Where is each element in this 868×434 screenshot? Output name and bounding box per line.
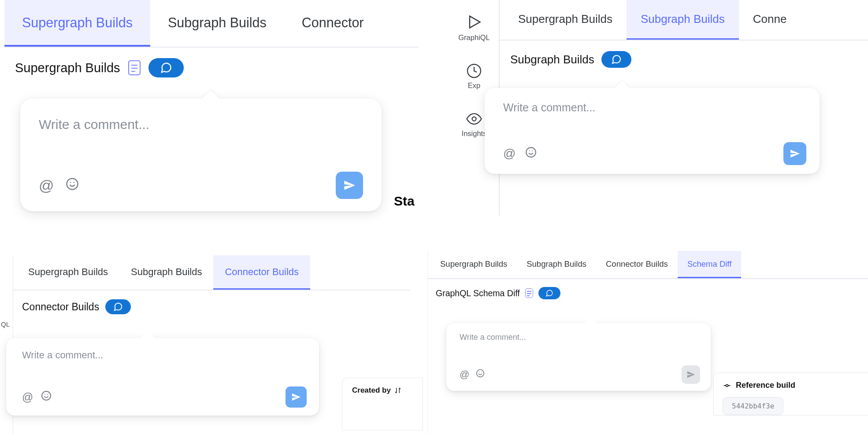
mention-icon[interactable]: @ (460, 369, 469, 380)
send-icon (291, 392, 301, 402)
section-header: Subgraph Builds (500, 40, 868, 68)
section-header: Supergraph Builds (4, 48, 419, 77)
add-comment-button[interactable] (105, 299, 131, 314)
sort-icon (394, 387, 401, 394)
section-header: GraphQL Schema Diff (428, 279, 868, 299)
svg-point-12 (477, 370, 484, 377)
add-comment-button[interactable] (148, 58, 184, 77)
popover-toolbar: @ (503, 142, 806, 165)
comment-popover: @ (6, 338, 319, 416)
tab-subgraph-builds[interactable]: Subgraph Builds (627, 0, 739, 40)
mention-icon[interactable]: @ (22, 391, 33, 404)
tab-connector[interactable]: Conne (739, 0, 801, 40)
send-comment-button[interactable] (682, 365, 700, 384)
popover-toolbar: @ (22, 386, 307, 408)
svg-marker-3 (470, 16, 480, 28)
play-outline-icon (465, 13, 483, 31)
note-icon (128, 60, 141, 75)
comment-input[interactable] (39, 117, 363, 132)
send-icon (686, 370, 695, 379)
note-icon (525, 288, 533, 298)
rail-item-graphiql[interactable]: GraphiQL (449, 13, 499, 42)
popover-arrow (585, 317, 597, 329)
comment-input[interactable] (22, 349, 307, 361)
tabs-row: Supergraph Builds Subgraph Builds Connec… (13, 255, 410, 291)
section-title: Supergraph Builds (15, 61, 120, 75)
tab-connector-builds[interactable]: Connector Builds (213, 255, 310, 290)
popover-toolbar: @ (460, 365, 700, 384)
panel-connector: QL Supergraph Builds Subgraph Builds Con… (0, 255, 410, 434)
emoji-icon[interactable] (41, 390, 52, 404)
tabs-row: Supergraph Builds Subgraph Builds Connec… (4, 0, 419, 48)
tab-schema-diff[interactable]: Schema Diff (678, 251, 741, 278)
tabs-row: Supergraph Builds Subgraph Builds Connec… (428, 251, 868, 279)
svg-point-6 (527, 147, 536, 157)
rail-label: GraphiQL (458, 33, 490, 42)
comment-popover: @ (485, 88, 820, 174)
svg-point-15 (726, 384, 728, 386)
send-comment-button[interactable] (336, 172, 363, 199)
section-title: Subgraph Builds (510, 53, 594, 66)
popover-arrow (141, 331, 154, 345)
tab-supergraph-builds[interactable]: Supergraph Builds (504, 0, 627, 40)
panel-subgraph: GraphiQL Exp Insights Supergraph Builds … (449, 0, 868, 216)
add-comment-button[interactable] (538, 287, 560, 299)
tabs-row: Supergraph Builds Subgraph Builds Conne (500, 0, 868, 40)
reference-build-title: Reference build (723, 381, 868, 390)
tab-supergraph-builds[interactable]: Supergraph Builds (17, 255, 119, 290)
section-title: GraphQL Schema Diff (436, 288, 520, 298)
popover-toolbar: @ (39, 172, 363, 199)
tab-subgraph-builds[interactable]: Subgraph Builds (150, 0, 284, 47)
tab-subgraph-builds[interactable]: Subgraph Builds (119, 255, 213, 290)
panel-supergraph: Supergraph Builds Subgraph Builds Connec… (4, 0, 419, 229)
rail-label-fragment: QL (1, 320, 10, 328)
tab-supergraph-builds[interactable]: Supergraph Builds (4, 0, 150, 47)
comment-icon (160, 62, 172, 74)
git-commit-icon (723, 381, 731, 390)
section-header: Connector Builds (13, 291, 410, 314)
comment-input[interactable] (460, 333, 700, 342)
reference-build-card: Reference build 5442bb4f3e (713, 372, 868, 416)
comment-popover: @ (446, 323, 711, 391)
truncated-text: Sta (394, 194, 415, 209)
mention-icon[interactable]: @ (39, 177, 54, 194)
comment-popover: @ (20, 99, 382, 211)
clock-icon (466, 63, 482, 79)
add-comment-button[interactable] (601, 51, 631, 68)
tab-connector[interactable]: Connector (284, 0, 382, 47)
emoji-icon[interactable] (476, 369, 485, 380)
eye-icon (466, 111, 482, 127)
build-hash-pill[interactable]: 5442bb4f3e (723, 397, 783, 415)
section-title: Connector Builds (22, 301, 99, 313)
comment-icon (611, 54, 622, 65)
rail-item-explorer[interactable]: Exp (449, 63, 499, 90)
rail-label: Exp (468, 81, 480, 90)
comment-icon (113, 302, 123, 312)
emoji-icon[interactable] (525, 147, 537, 161)
mention-icon[interactable]: @ (503, 147, 516, 161)
rail-label: Insights (462, 129, 487, 138)
popover-arrow (615, 81, 630, 96)
emoji-icon[interactable] (66, 177, 79, 194)
card-fragment: Created by (342, 378, 423, 430)
svg-point-9 (42, 391, 51, 400)
comment-input[interactable] (503, 101, 806, 114)
panel-schema-diff: Supergraph Builds Subgraph Builds Connec… (427, 251, 868, 434)
popover-arrow (202, 90, 219, 107)
created-by-column-header[interactable]: Created by (352, 386, 423, 395)
tab-subgraph-builds[interactable]: Subgraph Builds (517, 251, 596, 278)
send-icon (343, 179, 356, 191)
svg-point-0 (67, 178, 78, 189)
tab-supergraph-builds[interactable]: Supergraph Builds (430, 251, 517, 278)
send-comment-button[interactable] (286, 386, 307, 408)
tab-connector-builds[interactable]: Connector Builds (596, 251, 678, 278)
send-comment-button[interactable] (783, 142, 806, 165)
comment-icon (545, 289, 553, 297)
svg-point-5 (472, 117, 476, 121)
send-icon (790, 148, 800, 159)
